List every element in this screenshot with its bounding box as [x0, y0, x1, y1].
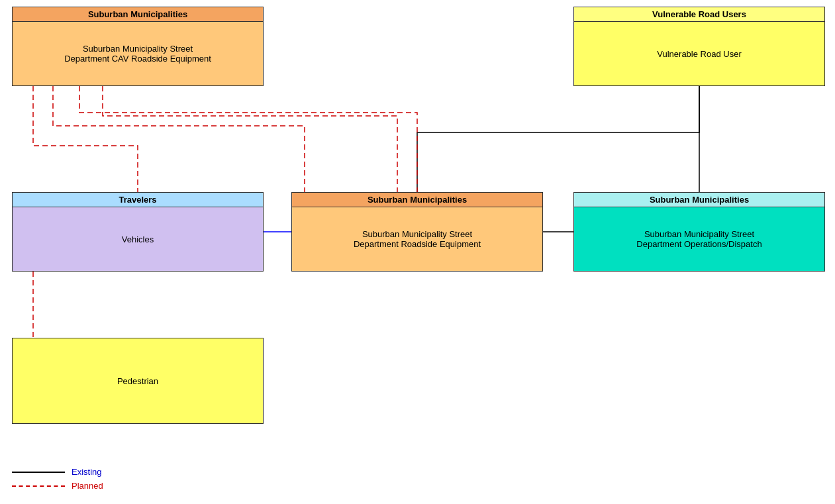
legend: Existing Planned: [12, 467, 103, 491]
node-vru: Vulnerable Road Users Vulnerable Road Us…: [573, 7, 825, 86]
node-vru-header: Vulnerable Road Users: [574, 7, 824, 22]
node-pedestrian-body: Pedestrian: [13, 338, 263, 423]
node-vru-body: Vulnerable Road User: [574, 22, 824, 85]
node-vehicles: Travelers Vehicles: [12, 192, 264, 272]
legend-existing-line: [12, 472, 65, 473]
legend-planned-label: Planned: [72, 481, 103, 491]
legend-existing-label: Existing: [72, 467, 102, 477]
legend-planned-line: [12, 485, 65, 487]
node-cav-header: Suburban Municipalities: [13, 7, 263, 22]
legend-planned: Planned: [12, 481, 103, 491]
node-roadside: Suburban Municipalities Suburban Municip…: [291, 192, 543, 272]
node-vehicles-body: Vehicles: [13, 207, 263, 271]
planned-line-cav-to-roadside-1: [79, 86, 417, 192]
node-ops: Suburban Municipalities Suburban Municip…: [573, 192, 825, 272]
legend-existing: Existing: [12, 467, 103, 477]
planned-line-cav-to-vehicles: [33, 86, 138, 192]
node-cav-body: Suburban Municipality StreetDepartment C…: [13, 22, 263, 85]
node-roadside-header: Suburban Municipalities: [292, 193, 542, 207]
planned-line-cav-to-roadside-2: [53, 86, 305, 192]
node-roadside-body: Suburban Municipality StreetDepartment R…: [292, 207, 542, 271]
planned-line-cav-extra: [103, 86, 397, 192]
node-vehicles-header: Travelers: [13, 193, 263, 207]
line-vru-to-roadside: [417, 86, 699, 192]
node-ops-body: Suburban Municipality StreetDepartment O…: [574, 207, 824, 271]
node-pedestrian: Pedestrian: [12, 338, 264, 424]
node-cav: Suburban Municipalities Suburban Municip…: [12, 7, 264, 86]
node-ops-header: Suburban Municipalities: [574, 193, 824, 207]
diagram-container: Suburban Municipalities Suburban Municip…: [0, 0, 835, 504]
